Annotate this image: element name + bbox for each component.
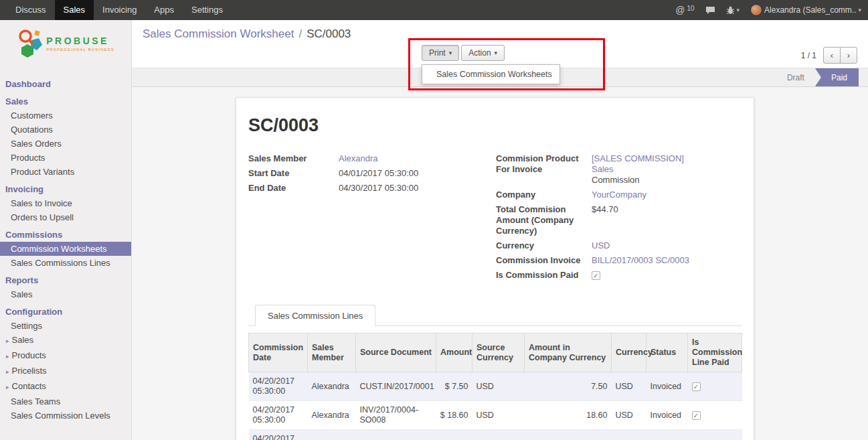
sidebar-item-quotations[interactable]: Quotations	[0, 123, 131, 137]
cell-status: Invoiced	[646, 430, 688, 440]
at-icon: @	[675, 5, 685, 15]
sidebar-item-commission-worksheets[interactable]: Commission Worksheets	[0, 242, 131, 256]
topbar-menu-discuss[interactable]: Discuss	[7, 0, 55, 20]
sidebar-heading-sales[interactable]: Sales	[0, 94, 131, 108]
sidebar-heading-reports[interactable]: Reports	[0, 273, 131, 287]
field-label: Commision Product For Invoice	[496, 153, 592, 175]
sidebar-item-dashboard[interactable]: Dashboard	[0, 77, 131, 91]
header-source-document[interactable]: Source Document	[356, 334, 436, 372]
field-company: Company YourCompany	[496, 190, 742, 200]
table-header-row: Commission Date Sales Member Source Docu…	[249, 334, 742, 372]
pager-buttons: ‹ ›	[823, 47, 857, 64]
field-label: Start Date	[248, 168, 339, 179]
dropdown-item-sales-commission-worksheets[interactable]: Sales Commission Worksheets	[422, 67, 559, 82]
stage-draft[interactable]: Draft	[776, 68, 815, 86]
cell-source-document: SO008	[356, 430, 436, 440]
field-commission-product: Commision Product For Invoice [SALES COM…	[496, 153, 742, 186]
topbar-menu-sales[interactable]: Sales	[55, 0, 94, 20]
line-paid-checkbox[interactable]: ✓	[692, 411, 701, 420]
field-label: Currency	[496, 240, 592, 251]
debug-menu-button[interactable]: ▾	[726, 6, 740, 15]
cell-currency: USD	[612, 372, 646, 401]
start-date-value: 04/01/2017 05:30:00	[339, 168, 496, 179]
cell-status: Invoiced	[646, 401, 688, 430]
sidebar-item-label: Pricelists	[12, 366, 47, 376]
sidebar-item-pricelists[interactable]: ▸Pricelists	[0, 364, 131, 379]
user-menu[interactable]: Alexandra (Sales_comm.. ▾	[750, 4, 861, 16]
sidebar-item-sales-to-invoice[interactable]: Sales to Invoice	[0, 196, 131, 210]
header-line-paid[interactable]: Is Commission Line Paid	[688, 334, 742, 372]
sidebar-heading-configuration[interactable]: Configuration	[0, 305, 131, 319]
commission-invoice-link[interactable]: BILL/2017/0003 SC/0003	[592, 255, 704, 266]
sidebar-heading-invoicing[interactable]: Invoicing	[0, 182, 131, 196]
caret-down-icon: ▾	[737, 7, 740, 13]
sidebar-item-customers[interactable]: Customers	[0, 108, 131, 123]
sidebar-item-settings[interactable]: Settings	[0, 319, 131, 333]
print-dropdown-menu: Sales Commission Worksheets	[422, 64, 560, 84]
sidebar-item-sales-commissions-lines[interactable]: Sales Commissions Lines	[0, 256, 131, 270]
table-row[interactable]: 04/20/2017 05:30:00 Alexandra CUST.IN/20…	[249, 372, 742, 401]
header-amount-company-currency[interactable]: Amount in Company Currency	[525, 334, 612, 372]
table-row[interactable]: 04/20/2017 05:30:00 Alexandra INV/2017/0…	[249, 401, 742, 430]
sidebar-item-products[interactable]: Products	[0, 151, 131, 165]
stage-paid[interactable]: Paid	[815, 68, 859, 86]
sidebar-item-orders-to-upsell[interactable]: Orders to Upsell	[0, 210, 131, 224]
topbar-menu-invoicing[interactable]: Invoicing	[94, 0, 145, 20]
field-sales-member: Sales Member Alexandra	[248, 153, 496, 164]
sidebar-item-sales-commission-levels[interactable]: Sales Commission Levels	[0, 409, 131, 423]
sidebar-item-sales-orders[interactable]: Sales Orders	[0, 137, 131, 151]
check-icon: ✓	[592, 272, 600, 280]
messages-button[interactable]	[705, 6, 715, 15]
header-sales-member[interactable]: Sales Member	[308, 334, 356, 372]
caret-down-icon: ▾	[449, 50, 452, 56]
field-group-right: Commision Product For Invoice [SALES COM…	[496, 153, 742, 285]
company-link[interactable]: YourCompany	[592, 190, 704, 200]
header-amount[interactable]: Amount	[436, 334, 472, 372]
line-paid-checkbox[interactable]: ✓	[692, 382, 701, 391]
sidebar-heading-commissions[interactable]: Commissions	[0, 228, 131, 242]
topbar-menu-settings[interactable]: Settings	[183, 0, 232, 20]
bug-icon	[726, 6, 735, 15]
header-status[interactable]: Status	[646, 334, 688, 372]
mention-count: 10	[687, 5, 694, 12]
cell-currency: USD	[612, 430, 646, 440]
tab-sales-commission-lines[interactable]: Sales Commission Lines	[255, 305, 375, 326]
header-source-currency[interactable]: Source Currency	[472, 334, 525, 372]
cell-commission-date: 04/20/2017 10:35:53	[249, 430, 308, 440]
table-row[interactable]: 04/20/2017 10:35:53 Alexandra SO008 $ 18…	[249, 430, 742, 440]
mentions-button[interactable]: @ 10	[675, 5, 694, 15]
breadcrumb-parent-link[interactable]: Sales Commission Worksheet	[143, 27, 294, 40]
print-button[interactable]: Print ▾	[422, 45, 459, 61]
cell-line-paid: ✓	[688, 401, 742, 430]
header-commission-date[interactable]: Commission Date	[249, 334, 308, 372]
topbar-menu-apps[interactable]: Apps	[145, 0, 183, 20]
action-button[interactable]: Action ▾	[461, 45, 505, 61]
cell-line-paid: ✓	[688, 372, 742, 401]
is-commission-paid-checkbox[interactable]: ✓	[592, 271, 600, 280]
sidebar-item-config-sales[interactable]: ▸Sales	[0, 333, 131, 348]
check-icon: ✓	[693, 383, 700, 391]
sidebar-item-config-products[interactable]: ▸Products	[0, 348, 131, 364]
field-groups: Sales Member Alexandra Start Date 04/01/…	[248, 153, 742, 285]
notebook: Sales Commission Lines Commission Date S…	[248, 305, 742, 440]
currency-link[interactable]: USD	[592, 240, 704, 251]
sales-member-link[interactable]: Alexandra	[339, 153, 496, 164]
sidebar-item-contacts[interactable]: ▸Contacts	[0, 379, 131, 394]
commission-product-link[interactable]: [SALES COMMISSION] Sales	[592, 153, 684, 174]
action-button-label: Action	[468, 48, 491, 58]
sidebar-item-label: Products	[12, 350, 46, 360]
caret-right-icon: ▸	[6, 338, 9, 344]
sidebar-item-reports-sales[interactable]: Sales	[0, 287, 131, 301]
pager: 1 / 1 ‹ ›	[801, 47, 857, 64]
avatar	[750, 4, 762, 16]
cell-amount-company: 7.50	[525, 372, 612, 401]
cell-source-document: INV/2017/0004-SO008	[356, 401, 436, 430]
sidebar-item-sales-teams[interactable]: Sales Teams	[0, 394, 131, 409]
header-currency[interactable]: Currency	[612, 334, 646, 372]
field-label: End Date	[248, 183, 339, 194]
sidebar-item-product-variants[interactable]: Product Variants	[0, 165, 131, 179]
pager-previous-button[interactable]: ‹	[823, 47, 841, 64]
company-logo[interactable]: PROBUSE PROFESSIONAL BUSINESS	[0, 20, 131, 60]
logo-subtitle: PROFESSIONAL BUSINESS	[46, 48, 114, 52]
pager-next-button[interactable]: ›	[840, 47, 857, 64]
